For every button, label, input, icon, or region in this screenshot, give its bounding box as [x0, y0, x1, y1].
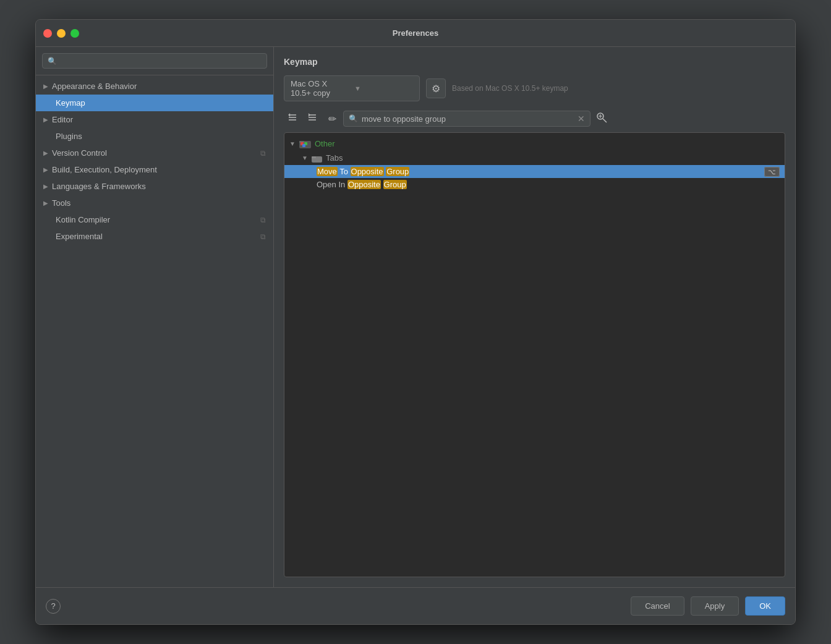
sidebar-item-plugins[interactable]: Plugins — [36, 128, 273, 145]
sidebar-item-label: Version Control — [52, 148, 260, 158]
minimize-button[interactable] — [57, 29, 66, 38]
sidebar-item-label: Experimental — [56, 232, 260, 241]
keymap-search-icon: 🔍 — [349, 114, 358, 123]
highlight-span: Group — [386, 167, 409, 176]
edit-shortcut-button[interactable]: ✏ — [323, 110, 341, 127]
expand-arrow-icon: ▶ — [43, 83, 48, 90]
sidebar-item-keymap[interactable]: Keymap — [36, 95, 273, 111]
folder-colored-icon — [299, 138, 312, 149]
toolbar: ✏ 🔍 ✕ — [284, 110, 785, 127]
maximize-button[interactable] — [70, 29, 79, 38]
expand-all-icon — [288, 112, 297, 125]
highlight-span: Opposite — [351, 167, 384, 176]
sidebar-item-label: Tools — [52, 198, 266, 208]
expand-arrow-icon: ▶ — [43, 116, 48, 123]
tree-node-label: Tabs — [326, 153, 780, 163]
expand-arrow-icon: ▶ — [43, 183, 48, 190]
highlight-span: Move — [317, 167, 338, 176]
panel-title: Keymap — [284, 57, 785, 67]
sidebar-item-tools[interactable]: ▶ Tools — [36, 195, 273, 211]
apply-button[interactable]: Apply — [691, 596, 739, 616]
sidebar-item-label: Kotlin Compiler — [56, 215, 260, 224]
close-button[interactable] — [43, 29, 52, 38]
svg-rect-14 — [312, 156, 316, 158]
footer-actions: Cancel Apply OK — [631, 596, 785, 616]
sidebar-item-version-control[interactable]: ▶ Version Control ⧉ — [36, 145, 273, 161]
sidebar-item-build-execution[interactable]: ▶ Build, Execution, Deployment — [36, 161, 273, 178]
tree-node-tabs[interactable]: ▼ Tabs — [284, 151, 785, 164]
tree-node-other[interactable]: ▼ Other — [284, 137, 785, 151]
window-controls — [43, 29, 79, 38]
expand-arrow-icon: ▶ — [43, 150, 48, 156]
sidebar-item-appearance-behavior[interactable]: ▶ Appearance & Behavior — [36, 78, 273, 95]
sidebar-item-label: Appearance & Behavior — [52, 82, 266, 91]
ok-button[interactable]: OK — [745, 596, 785, 616]
keymap-header: Mac OS X 10.5+ copy ▼ ⚙ Based on Mac OS … — [284, 75, 785, 101]
svg-line-7 — [603, 119, 607, 122]
keymap-tree[interactable]: ▼ Other ▼ — [284, 132, 785, 577]
collapse-all-button[interactable] — [304, 110, 321, 127]
sidebar-item-label: Keymap — [56, 98, 266, 108]
keymap-search-wrap[interactable]: 🔍 ✕ — [343, 111, 590, 127]
sidebar-item-experimental[interactable]: Experimental ⧉ — [36, 228, 273, 245]
gear-button[interactable]: ⚙ — [426, 78, 446, 98]
sidebar-item-kotlin-compiler[interactable]: Kotlin Compiler ⧉ — [36, 211, 273, 228]
shortcut-badge: ⌥ — [764, 167, 780, 176]
help-icon: ? — [51, 601, 55, 611]
folder-icon — [312, 153, 323, 163]
content-area: 🔍 ▶ Appearance & Behavior Keymap ▶ Edito — [36, 47, 795, 587]
main-panel: Keymap Mac OS X 10.5+ copy ▼ ⚙ Based on … — [274, 47, 795, 587]
window-title: Preferences — [393, 28, 438, 38]
copy-icon: ⧉ — [260, 216, 266, 224]
expand-arrow-icon: ▶ — [43, 166, 48, 173]
tree-node-label: Move To Opposite Group — [317, 167, 764, 176]
gear-icon: ⚙ — [432, 83, 440, 95]
footer: ? Cancel Apply OK — [36, 587, 795, 624]
copy-icon: ⧉ — [260, 149, 266, 158]
titlebar: Preferences — [36, 20, 795, 47]
tree-node-move-to-opposite-group[interactable]: Move To Opposite Group ⌥ — [284, 165, 785, 178]
highlight-span: Opposite — [347, 180, 381, 189]
sidebar-item-label: Plugins — [56, 132, 266, 141]
help-button[interactable]: ? — [46, 599, 61, 614]
svg-rect-12 — [302, 144, 305, 147]
keymap-dropdown[interactable]: Mac OS X 10.5+ copy ▼ — [284, 75, 420, 101]
sidebar-search-wrap[interactable]: 🔍 — [42, 53, 267, 69]
tree-node-label: Open In Opposite Group — [317, 180, 780, 189]
sidebar-item-label: Editor — [52, 115, 266, 124]
collapse-all-icon — [307, 112, 317, 125]
sidebar-item-editor[interactable]: ▶ Editor — [36, 111, 273, 128]
sidebar-items-list: ▶ Appearance & Behavior Keymap ▶ Editor … — [36, 75, 273, 587]
chevron-down-icon: ▼ — [354, 85, 413, 92]
edit-icon: ✏ — [328, 113, 336, 125]
expand-arrow-icon: ▼ — [302, 155, 312, 161]
keymap-search-input[interactable] — [362, 114, 574, 124]
cancel-button[interactable]: Cancel — [631, 596, 684, 616]
highlight-span: Group — [383, 180, 407, 189]
copy-icon: ⧉ — [260, 232, 266, 241]
shortcut-key-badge: ⌥ — [764, 167, 780, 177]
sidebar-item-languages-frameworks[interactable]: ▶ Languages & Frameworks — [36, 178, 273, 195]
sidebar-search-icon: 🔍 — [48, 57, 57, 66]
find-usage-button[interactable] — [593, 110, 610, 127]
tree-node-open-in-opposite-group[interactable]: Open In Opposite Group — [284, 178, 785, 191]
sidebar-item-label: Build, Execution, Deployment — [52, 165, 266, 174]
expand-arrow-icon: ▶ — [43, 200, 48, 206]
sidebar-search-bar: 🔍 — [36, 47, 273, 75]
expand-arrow-icon: ▼ — [289, 140, 299, 147]
search-clear-icon[interactable]: ✕ — [577, 114, 585, 124]
tree-node-label: Other — [315, 139, 780, 148]
sidebar: 🔍 ▶ Appearance & Behavior Keymap ▶ Edito — [36, 47, 274, 587]
sidebar-search-input[interactable] — [61, 56, 262, 66]
keymap-dropdown-value: Mac OS X 10.5+ copy — [291, 79, 349, 98]
sidebar-item-label: Languages & Frameworks — [52, 182, 266, 191]
expand-all-button[interactable] — [284, 110, 301, 127]
based-on-label: Based on Mac OS X 10.5+ keymap — [452, 84, 785, 93]
preferences-window: Preferences 🔍 ▶ Appearance & Behavior Ke… — [35, 19, 796, 625]
find-usage-icon — [595, 111, 608, 127]
